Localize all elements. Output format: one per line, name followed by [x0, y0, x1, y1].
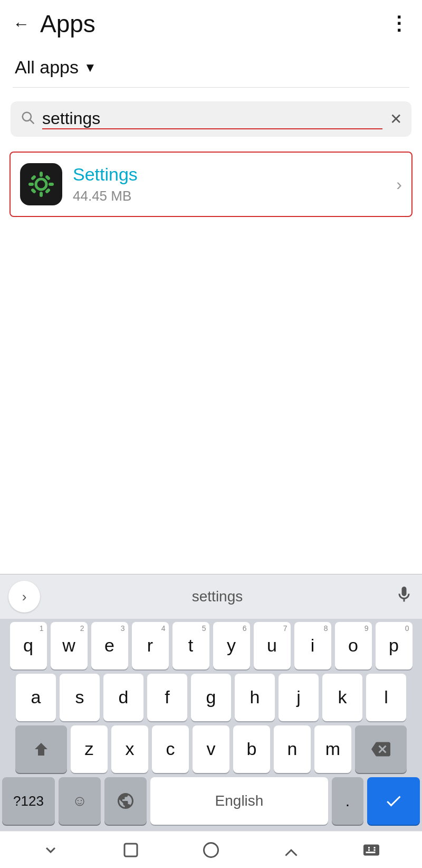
app-size: 44.45 MB: [73, 188, 386, 204]
key-i[interactable]: 8i: [294, 622, 331, 669]
settings-app-list-item[interactable]: Settings 44.45 MB ›: [9, 152, 413, 217]
app-name: Settings: [73, 164, 386, 185]
suggestion-bar: › settings: [0, 574, 422, 619]
filter-label[interactable]: All apps: [15, 57, 79, 78]
key-k[interactable]: k: [322, 674, 362, 721]
num-key-label: ?123: [13, 793, 44, 809]
divider: [13, 87, 409, 88]
emoji-key-label: ☺: [72, 792, 88, 809]
nav-back[interactable]: [35, 834, 66, 866]
key-row-1: 1q 2w 3e 4r 5t 6y 7u 8i 9o 0p: [2, 622, 420, 669]
key-n[interactable]: n: [274, 725, 311, 773]
keyboard: 1q 2w 3e 4r 5t 6y 7u 8i 9o 0p a s d f g …: [0, 619, 422, 831]
key-w[interactable]: 2w: [51, 622, 88, 669]
clear-search-button[interactable]: ✕: [390, 110, 402, 128]
suggestion-text[interactable]: settings: [45, 588, 389, 605]
key-x[interactable]: x: [111, 725, 148, 773]
filter-dropdown-icon[interactable]: ▼: [84, 60, 97, 75]
suggestion-expand-button[interactable]: ›: [8, 581, 40, 612]
main-content: [0, 222, 422, 574]
svg-line-1: [30, 120, 33, 123]
key-u[interactable]: 7u: [254, 622, 291, 669]
key-e[interactable]: 3e: [91, 622, 128, 669]
key-j[interactable]: j: [279, 674, 319, 721]
key-v[interactable]: v: [193, 725, 229, 773]
svg-rect-9: [31, 188, 36, 194]
nav-overview[interactable]: [195, 834, 227, 866]
bottom-nav: [0, 831, 422, 868]
key-z[interactable]: z: [71, 725, 108, 773]
nav-home[interactable]: [115, 834, 147, 866]
key-a[interactable]: a: [16, 674, 56, 721]
svg-point-2: [36, 179, 46, 190]
key-b[interactable]: b: [233, 725, 270, 773]
key-d[interactable]: d: [103, 674, 143, 721]
key-f[interactable]: f: [147, 674, 187, 721]
key-r[interactable]: 4r: [132, 622, 169, 669]
top-bar: ← Apps ⋮: [0, 0, 422, 48]
key-c[interactable]: c: [152, 725, 189, 773]
key-l[interactable]: l: [366, 674, 406, 721]
search-icon: [20, 110, 35, 128]
filter-row: All apps ▼: [0, 48, 422, 83]
chevron-right-icon: ›: [396, 175, 402, 194]
emoji-key[interactable]: ☺: [59, 777, 101, 825]
svg-rect-5: [28, 183, 34, 186]
app-info: Settings 44.45 MB: [73, 164, 386, 204]
key-m[interactable]: m: [314, 725, 351, 773]
key-t[interactable]: 5t: [172, 622, 209, 669]
backspace-key[interactable]: [355, 725, 407, 773]
key-row-2: a s d f g h j k l: [2, 674, 420, 721]
svg-rect-7: [31, 175, 36, 181]
keyboard-area: › settings 1q 2w 3e 4r 5t 6y 7u 8i 9o 0p…: [0, 574, 422, 831]
nav-recents[interactable]: [275, 834, 307, 866]
svg-rect-6: [49, 183, 54, 186]
key-h[interactable]: h: [235, 674, 275, 721]
key-s[interactable]: s: [60, 674, 100, 721]
enter-key[interactable]: [367, 777, 420, 825]
key-y[interactable]: 6y: [213, 622, 250, 669]
num-key[interactable]: ?123: [2, 777, 55, 825]
svg-rect-11: [124, 844, 137, 856]
search-bar: ✕: [11, 101, 411, 137]
space-key[interactable]: English: [150, 777, 328, 825]
microphone-icon[interactable]: [395, 585, 414, 609]
app-icon: [20, 163, 62, 205]
key-q[interactable]: 1q: [10, 622, 47, 669]
back-button[interactable]: ←: [13, 15, 30, 32]
period-key[interactable]: .: [332, 777, 363, 825]
page-title: Apps: [40, 10, 389, 38]
globe-key[interactable]: [104, 777, 147, 825]
key-row-3: z x c v b n m: [2, 725, 420, 773]
nav-keyboard[interactable]: [356, 834, 387, 866]
search-input[interactable]: [42, 109, 382, 129]
key-p[interactable]: 0p: [376, 622, 413, 669]
key-g[interactable]: g: [191, 674, 231, 721]
key-row-4: ?123 ☺ English .: [2, 777, 420, 825]
svg-rect-4: [40, 192, 43, 197]
svg-point-12: [204, 843, 218, 857]
shift-key[interactable]: [15, 725, 67, 773]
svg-rect-3: [40, 172, 43, 177]
key-o[interactable]: 9o: [335, 622, 372, 669]
more-options-button[interactable]: ⋮: [389, 13, 409, 35]
